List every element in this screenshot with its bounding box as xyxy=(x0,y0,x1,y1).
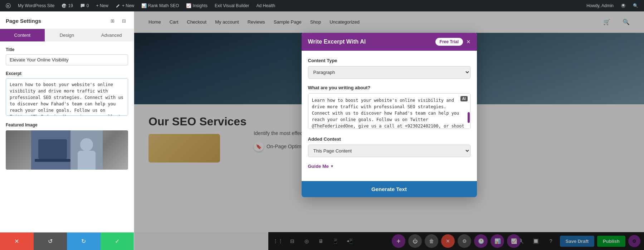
wp-logo[interactable]: W xyxy=(3,0,14,11)
howdy-item: Howdy, Admin xyxy=(584,0,616,11)
svg-point-9 xyxy=(80,138,93,151)
content-type-label: Content Type xyxy=(308,58,470,63)
toolbar-close-btn[interactable]: ✕ xyxy=(0,232,34,250)
featured-image-label: Featured Image xyxy=(6,122,128,128)
guide-me-row: Guide Me ▼ xyxy=(308,164,470,169)
writing-textarea-wrapper: Learn how to boost your website's online… xyxy=(308,93,470,130)
admin-avatar[interactable] xyxy=(618,0,629,11)
content-type-select[interactable]: Paragraph Bullet Points Short Summary xyxy=(308,66,470,79)
added-context-select[interactable]: This Page Content Custom Text xyxy=(308,145,470,157)
title-input[interactable] xyxy=(6,54,128,65)
modal-overlay[interactable]: Write Excerpt With AI Free Trial × Conte… xyxy=(134,11,644,250)
site-name-item[interactable]: My WordPress Site xyxy=(15,0,57,11)
excerpt-field-group: Excerpt Learn how to boost your website'… xyxy=(6,71,128,117)
modal-header-right: Free Trial × xyxy=(435,38,470,46)
write-excerpt-modal: Write Excerpt With AI Free Trial × Conte… xyxy=(302,33,477,197)
comments-item[interactable]: 0 xyxy=(77,0,92,11)
tab-advanced[interactable]: Advanced xyxy=(89,29,134,41)
writing-about-label: What are you writing about? xyxy=(308,85,470,90)
panel-content: Title Excerpt Learn how to boost your we… xyxy=(0,41,134,232)
admin-bar: W My WordPress Site 19 19 0 + New + New … xyxy=(0,0,644,11)
guide-chevron-icon: ▼ xyxy=(330,164,334,168)
page-settings-panel: Page Settings ⊞ ⊟ Content Design Advance… xyxy=(0,11,134,250)
panel-tabs: Content Design Advanced xyxy=(0,29,134,41)
tab-content[interactable]: Content xyxy=(0,29,45,41)
scroll-indicator xyxy=(468,112,470,123)
excerpt-label: Excerpt xyxy=(6,71,128,76)
admin-search-icon[interactable]: 🔍 xyxy=(630,0,641,11)
svg-text:W: W xyxy=(7,5,9,7)
writing-about-textarea[interactable]: Learn how to boost your website's online… xyxy=(308,93,470,129)
ad-health-item[interactable]: Ad Health xyxy=(253,0,278,11)
panel-columns-icon[interactable]: ⊟ xyxy=(119,16,128,25)
excerpt-textarea[interactable]: Learn how to boost your website's online… xyxy=(6,78,128,116)
featured-image-box[interactable] xyxy=(6,130,128,170)
featured-image-group: Featured Image xyxy=(6,122,128,170)
exit-builder-item[interactable]: Exit Visual Builder xyxy=(212,0,252,11)
svg-text:19: 19 xyxy=(63,5,66,8)
panel-expand-icon[interactable]: ⊞ xyxy=(108,16,117,25)
content-type-group: Content Type Paragraph Bullet Points Sho… xyxy=(308,58,470,79)
svg-rect-11 xyxy=(38,139,67,159)
panel-title: Page Settings xyxy=(6,18,41,24)
modal-close-btn[interactable]: × xyxy=(467,39,470,45)
insights-item[interactable]: 📈 Insights xyxy=(183,0,210,11)
tab-design[interactable]: Design xyxy=(45,29,89,41)
added-context-label: Added Context xyxy=(308,136,470,142)
updates-item[interactable]: 19 19 xyxy=(59,0,75,11)
modal-body: Content Type Paragraph Bullet Points Sho… xyxy=(302,51,477,178)
content-area: Home Cart Checkout My account Reviews Sa… xyxy=(134,11,644,250)
modal-title: Write Excerpt With AI xyxy=(308,39,366,45)
panel-header-icons: ⊞ ⊟ xyxy=(108,16,128,25)
panel-toolbar: ✕ ↺ ↻ ✓ xyxy=(0,232,134,250)
title-label: Title xyxy=(6,47,128,52)
main-layout: Page Settings ⊞ ⊟ Content Design Advance… xyxy=(0,11,644,250)
title-field-group: Title xyxy=(6,47,128,65)
toolbar-confirm-btn[interactable]: ✓ xyxy=(101,232,134,250)
new-post-item[interactable]: + New xyxy=(93,0,111,11)
panel-header: Page Settings ⊞ ⊟ xyxy=(0,11,134,29)
ai-badge: AI xyxy=(460,96,468,101)
rank-math-item[interactable]: 📊 Rank Math SEO xyxy=(138,0,182,11)
featured-image-placeholder xyxy=(6,130,128,170)
free-trial-badge[interactable]: Free Trial xyxy=(435,38,463,46)
toolbar-undo-btn[interactable]: ↺ xyxy=(34,232,67,250)
guide-me-link[interactable]: Guide Me ▼ xyxy=(308,164,334,169)
toolbar-redo-btn[interactable]: ↻ xyxy=(67,232,101,250)
svg-rect-12 xyxy=(35,159,70,162)
svg-rect-10 xyxy=(78,151,96,170)
modal-header: Write Excerpt With AI Free Trial × xyxy=(302,33,477,51)
added-context-group: Added Context This Page Content Custom T… xyxy=(308,136,470,157)
generate-text-button[interactable]: Generate Text xyxy=(302,181,477,197)
edit-page-item[interactable]: + New xyxy=(113,0,137,11)
svg-point-5 xyxy=(622,4,624,6)
writing-about-group: What are you writing about? Learn how to… xyxy=(308,85,470,130)
